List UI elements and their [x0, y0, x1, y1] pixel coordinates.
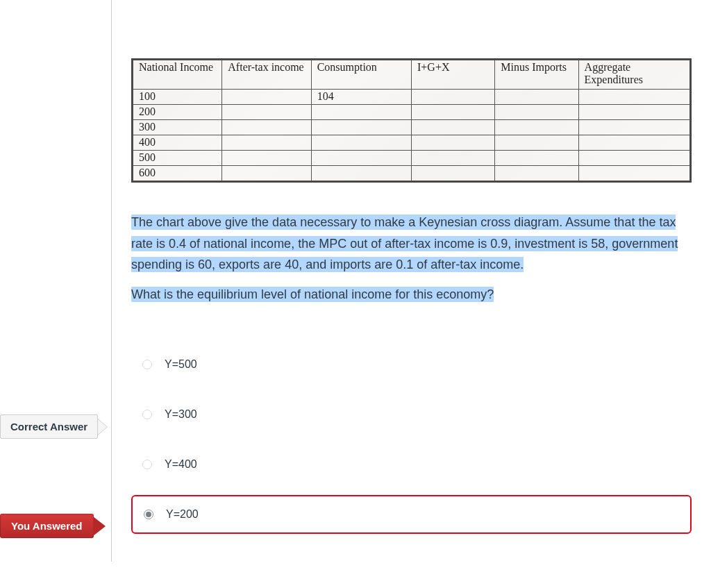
answer-option-y400[interactable]: Y=400 — [131, 445, 692, 484]
answer-option-y200[interactable]: Y=200 — [131, 495, 692, 534]
col-header-national-income: National Income — [133, 60, 222, 90]
answer-label: Y=500 — [159, 358, 197, 371]
you-answered-text: You Answered — [0, 514, 94, 538]
col-header-after-tax: After-tax income — [222, 60, 311, 90]
data-table-image: National Income After-tax income Consump… — [131, 58, 692, 183]
arrow-icon — [93, 516, 106, 536]
radio-icon — [142, 410, 152, 419]
radio-icon — [144, 510, 153, 519]
annotation-gutter: Correct Answer You Answered — [0, 0, 111, 562]
arrow-icon — [98, 419, 108, 435]
col-header-minus-imports: Minus Imports — [495, 60, 578, 90]
question-text[interactable]: The chart above give the data necessary … — [131, 212, 692, 305]
you-answered-label: You Answered — [0, 514, 106, 538]
answer-label: Y=400 — [159, 458, 197, 471]
table-row: 100 104 — [133, 90, 690, 105]
answer-label: Y=300 — [159, 408, 197, 421]
question-block: National Income After-tax income Consump… — [111, 0, 711, 562]
radio-icon — [142, 460, 152, 469]
answer-option-y300[interactable]: Y=300 — [131, 395, 692, 434]
radio-icon — [142, 360, 152, 369]
table-row: 400 — [133, 135, 690, 151]
table-row: 600 — [133, 166, 690, 181]
question-paragraph-2: What is the equilibrium level of nationa… — [131, 287, 494, 302]
correct-answer-text: Correct Answer — [0, 414, 98, 439]
answers-list: Y=500 Y=300 Y=400 Y=200 — [131, 345, 692, 534]
col-header-consumption: Consumption — [311, 60, 411, 90]
table-row: 300 — [133, 120, 690, 135]
table-row: 200 — [133, 105, 690, 120]
col-header-igx: I+G+X — [411, 60, 494, 90]
question-paragraph-1: The chart above give the data necessary … — [131, 215, 678, 272]
col-header-aggregate-exp: Aggregate Expenditures — [578, 60, 689, 90]
correct-answer-label: Correct Answer — [0, 414, 108, 439]
answer-label: Y=200 — [160, 508, 199, 521]
table-row: 500 — [133, 151, 690, 166]
answer-option-y500[interactable]: Y=500 — [131, 345, 692, 384]
